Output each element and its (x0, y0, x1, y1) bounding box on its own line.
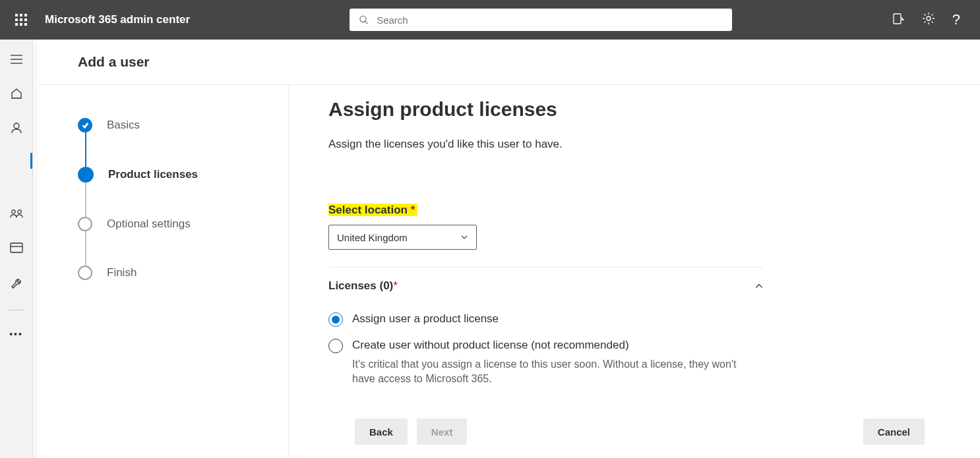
chevron-up-icon (754, 281, 764, 291)
next-button[interactable]: Next (417, 418, 468, 445)
panel-title: Add a user (38, 40, 980, 85)
wizard-step-licenses[interactable]: Product licenses (78, 167, 288, 183)
svg-rect-19 (11, 243, 22, 252)
wizard-step-basics[interactable]: Basics (78, 118, 288, 132)
divider (328, 267, 764, 268)
teams-icon[interactable] (10, 207, 23, 223)
app-launcher-icon[interactable] (8, 14, 34, 26)
cancel-button[interactable]: Cancel (863, 418, 925, 445)
home-icon[interactable] (10, 87, 23, 103)
billing-icon[interactable] (10, 241, 23, 257)
svg-line-10 (365, 21, 368, 24)
radio-indicator-selected (328, 312, 343, 327)
wizard-connector (85, 231, 86, 266)
svg-point-16 (14, 123, 19, 129)
body: ••• Add a user Basics Product licenses O (0, 40, 980, 458)
svg-rect-4 (20, 18, 22, 21)
svg-point-18 (17, 210, 20, 214)
svg-rect-2 (24, 14, 27, 16)
wizard-footer: Back Next Cancel (328, 405, 940, 458)
search-container (190, 9, 892, 31)
wizard-step-label: Finish (107, 266, 137, 279)
app-title: Microsoft 365 admin center (45, 13, 190, 26)
radio-indicator (328, 339, 343, 353)
wizard-connector (85, 183, 86, 217)
radio-no-license[interactable]: Create user without product license (not… (328, 339, 764, 353)
svg-rect-7 (20, 23, 22, 26)
wizard-steps: Basics Product licenses Optional setting… (38, 85, 289, 458)
radio-label: Assign user a product license (352, 312, 499, 326)
search-icon (359, 14, 369, 25)
licenses-section-title: Licenses (0)* (328, 279, 398, 293)
wizard-step-label: Optional settings (107, 217, 191, 231)
radio-hint: It's critical that you assign a license … (352, 357, 748, 387)
wizard-step-optional[interactable]: Optional settings (78, 217, 288, 231)
back-button[interactable]: Back (355, 418, 408, 445)
help-icon[interactable]: ? (952, 11, 960, 28)
page-heading: Assign product licenses (328, 98, 764, 121)
location-label: Select location * (328, 204, 417, 216)
radio-label: Create user without product license (not… (352, 339, 629, 352)
hamburger-icon[interactable] (11, 53, 22, 69)
wizard-connector (85, 132, 86, 167)
users-icon[interactable] (10, 121, 23, 137)
wizard-step-finish[interactable]: Finish (78, 266, 288, 280)
search-input[interactable] (377, 14, 723, 26)
check-icon (78, 118, 92, 132)
setup-icon[interactable] (10, 275, 23, 291)
svg-rect-0 (15, 14, 18, 16)
svg-rect-8 (24, 23, 27, 26)
license-options: Assign user a product license Create use… (328, 312, 764, 387)
svg-point-9 (360, 16, 366, 22)
main-panel: Add a user Basics Product licenses Optio… (38, 40, 980, 458)
wizard-step-label: Product licenses (108, 168, 198, 181)
gear-icon[interactable] (922, 12, 935, 28)
wizard-step-label: Basics (107, 119, 140, 132)
more-icon[interactable]: ••• (9, 329, 23, 339)
svg-rect-6 (15, 23, 18, 26)
step-indicator-current (78, 167, 94, 183)
licenses-section-toggle[interactable]: Licenses (0)* (328, 279, 764, 293)
left-nav-rail: ••• (0, 40, 33, 458)
svg-rect-3 (15, 18, 18, 21)
search-box[interactable] (350, 9, 732, 31)
location-value: United Kingdom (337, 232, 408, 243)
panel-body: Basics Product licenses Optional setting… (38, 85, 980, 458)
global-header: Microsoft 365 admin center ? (0, 0, 980, 40)
page-description: Assign the licenses you'd like this user… (328, 138, 764, 151)
svg-rect-5 (24, 18, 27, 21)
radio-assign-license[interactable]: Assign user a product license (328, 312, 764, 327)
chevron-down-icon (460, 233, 468, 241)
svg-rect-11 (894, 14, 901, 24)
location-dropdown[interactable]: United Kingdom (328, 225, 477, 250)
card-icon[interactable] (892, 12, 905, 28)
svg-rect-1 (20, 14, 22, 16)
header-actions: ? (892, 11, 972, 28)
svg-point-12 (927, 16, 931, 20)
wizard-content: Assign product licenses Assign the licen… (289, 85, 980, 458)
step-indicator-pending (78, 217, 92, 231)
step-indicator-pending (78, 266, 92, 280)
active-nav-marker (30, 153, 32, 169)
rail-divider (9, 310, 24, 310)
svg-point-17 (11, 210, 15, 214)
